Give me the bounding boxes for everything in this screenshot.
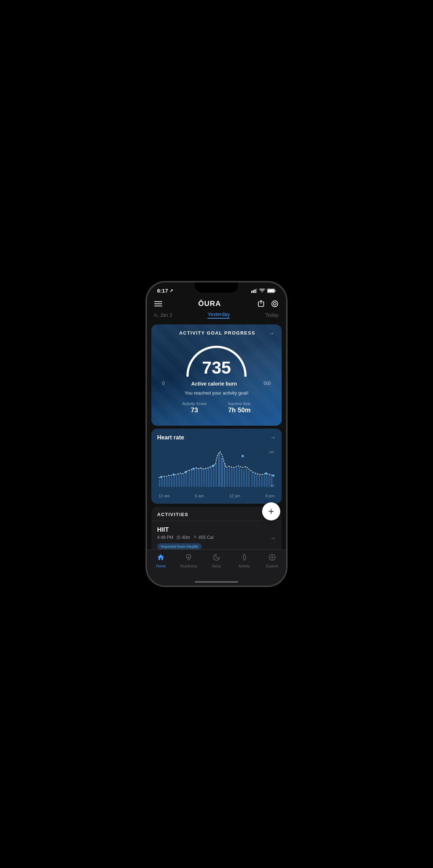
svg-rect-10: [161, 478, 163, 487]
gauge-subtitle: Active calorie burn: [191, 381, 237, 387]
activity-hiit-item[interactable]: HIIT 4:48 PM 40m: [151, 521, 282, 549]
nav-readiness[interactable]: Readiness: [177, 553, 200, 568]
svg-rect-49: [259, 475, 260, 487]
svg-rect-20: [186, 472, 187, 487]
readiness-icon: [185, 553, 193, 563]
explore-icon: [268, 553, 276, 563]
svg-point-62: [241, 455, 244, 457]
heart-rate-card[interactable]: Heart rate →: [151, 429, 282, 504]
nav-explore-label: Explore: [266, 564, 278, 568]
home-indicator: [147, 575, 286, 586]
svg-rect-32: [215, 463, 217, 487]
svg-text:40: 40: [271, 484, 274, 488]
hr-label-12am: 12 am: [159, 494, 170, 498]
activity-card-title: ACTIVITY GOAL PROGRESS: [166, 330, 269, 336]
svg-rect-42: [241, 469, 243, 487]
svg-rect-5: [275, 290, 276, 292]
nav-home[interactable]: Home: [149, 553, 172, 568]
svg-rect-25: [198, 468, 200, 487]
svg-rect-44: [246, 469, 247, 487]
nav-right-icons: [257, 300, 279, 308]
svg-text:140: 140: [269, 450, 274, 454]
svg-rect-47: [254, 473, 255, 487]
date-tabs: n, Jan 2 Yesterday Today: [147, 309, 286, 322]
nav-home-label: Home: [156, 564, 166, 568]
svg-rect-22: [191, 470, 193, 487]
svg-rect-29: [208, 467, 210, 487]
activity-item-name: HIIT: [157, 526, 276, 533]
svg-rect-21: [189, 471, 190, 487]
activity-score-value: 73: [182, 407, 207, 414]
svg-rect-43: [243, 470, 245, 487]
svg-rect-30: [211, 466, 212, 487]
nav-activity-label: Activity: [239, 564, 250, 568]
svg-rect-2: [255, 289, 256, 293]
ring-icon[interactable]: [271, 300, 279, 308]
inactive-time-label: Inactive time: [228, 401, 251, 406]
svg-rect-33: [218, 452, 220, 487]
svg-rect-19: [183, 474, 185, 487]
prev-date-tab[interactable]: n, Jan 2: [154, 312, 172, 318]
activity-goal-card[interactable]: ACTIVITY GOAL PROGRESS → 735: [151, 324, 282, 426]
bottom-nav: Home Readiness Sleep: [147, 549, 286, 575]
activity-item-duration: 40m: [176, 535, 190, 540]
svg-rect-51: [264, 475, 265, 487]
svg-point-64: [272, 475, 274, 477]
clock-icon: [176, 535, 181, 540]
nav-activity[interactable]: Activity: [233, 553, 256, 568]
share-icon[interactable]: [257, 300, 265, 308]
nav-explore[interactable]: Explore: [261, 553, 284, 568]
wifi-icon: [259, 289, 265, 293]
svg-rect-46: [251, 472, 253, 487]
svg-rect-27: [203, 469, 205, 487]
svg-rect-18: [181, 473, 182, 487]
svg-point-7: [272, 301, 278, 307]
gauge-max: 500: [264, 381, 271, 387]
gauge-labels: 0 Active calorie burn 500: [159, 381, 274, 387]
svg-rect-17: [178, 474, 180, 487]
inactive-time-value: 7h 50m: [228, 407, 251, 414]
svg-point-61: [212, 465, 214, 467]
svg-rect-16: [176, 476, 177, 487]
activity-item-arrow: →: [270, 535, 276, 541]
svg-rect-41: [239, 467, 240, 487]
svg-rect-11: [164, 477, 165, 487]
menu-button[interactable]: [154, 301, 162, 306]
svg-rect-9: [159, 480, 160, 487]
imported-badge: Imported from Health: [157, 543, 202, 549]
svg-rect-38: [231, 468, 233, 487]
hr-label-6pm: 6 pm: [266, 494, 274, 498]
app-title: ŌURA: [198, 299, 221, 308]
svg-rect-28: [206, 468, 207, 487]
activity-item-calories: 455 Cal: [193, 535, 213, 540]
activities-title: ACTIVITIES: [157, 512, 276, 517]
svg-rect-0: [251, 291, 252, 293]
next-date-tab[interactable]: Today: [265, 312, 279, 318]
activity-stats-row: Activity Score 73 Inactive time 7h 50m: [159, 401, 274, 414]
heart-rate-arrow: →: [270, 434, 276, 441]
svg-point-59: [185, 471, 187, 473]
svg-rect-24: [196, 467, 197, 487]
top-nav: ŌURA: [147, 297, 286, 309]
svg-point-66: [269, 554, 275, 561]
nav-sleep-label: Sleep: [212, 564, 221, 568]
svg-rect-3: [256, 289, 257, 293]
svg-rect-12: [166, 478, 168, 487]
activity-score-stat: Activity Score 73: [182, 401, 207, 414]
hr-chart-labels: 12 am 6 am 12 pm 6 pm: [157, 494, 276, 498]
goal-message: You reached your activity goal!: [159, 390, 274, 396]
svg-rect-40: [236, 468, 237, 487]
svg-point-71: [272, 557, 273, 558]
home-icon: [157, 553, 165, 563]
svg-rect-14: [171, 477, 173, 487]
current-date-tab[interactable]: Yesterday: [207, 311, 230, 319]
activity-item-meta: 4:48 PM 40m 455 Cal: [157, 535, 276, 540]
svg-rect-39: [234, 469, 235, 487]
inactive-time-stat: Inactive time 7h 50m: [228, 401, 251, 414]
svg-point-58: [172, 473, 175, 476]
nav-sleep[interactable]: Sleep: [205, 553, 228, 568]
svg-rect-15: [173, 475, 175, 487]
sleep-icon: [213, 553, 220, 563]
nav-readiness-label: Readiness: [180, 564, 197, 568]
add-activity-button[interactable]: +: [262, 502, 280, 520]
